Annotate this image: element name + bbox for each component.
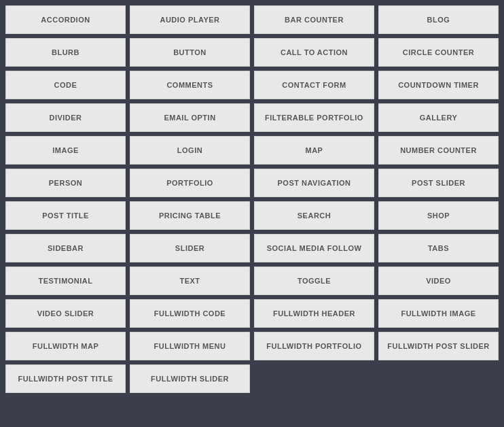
widget-item-number-counter[interactable]: NUMBER COUNTER <box>378 136 499 165</box>
widget-label: BLURB <box>52 48 79 56</box>
widget-item-audio-player[interactable]: AUDIO PLAYER <box>130 5 250 34</box>
widget-label: SLIDER <box>175 244 204 252</box>
widget-label: TABS <box>428 244 449 252</box>
widget-item-contact-form[interactable]: CONTACT FORM <box>254 71 374 99</box>
widget-label: EMAIL OPTIN <box>164 114 215 122</box>
widget-label: DIVIDER <box>49 114 82 122</box>
widget-item-circle-counter[interactable]: CIRCLE COUNTER <box>378 38 499 67</box>
widget-label: TEXT <box>179 277 200 285</box>
widget-item-testimonial[interactable]: TESTIMONIAL <box>5 267 126 295</box>
widget-label: LOGIN <box>177 146 202 154</box>
widget-item-map[interactable]: MAP <box>254 136 374 165</box>
widget-label: COMMENTS <box>166 81 213 89</box>
widget-item-social-media-follow[interactable]: SOCIAL MEDIA FOLLOW <box>254 234 374 262</box>
widget-label: ACCORDION <box>41 16 90 24</box>
widget-item-portfolio[interactable]: PORTFOLIO <box>130 169 250 197</box>
widget-item-text[interactable]: TEXT <box>130 267 250 295</box>
widget-item-pricing-table[interactable]: PRICING TABLE <box>130 201 250 230</box>
widget-item-gallery[interactable]: GALLERY <box>378 103 499 132</box>
widget-label: FULLWIDTH SLIDER <box>151 375 229 383</box>
widget-item-fullwidth-portfolio[interactable]: FULLWIDTH PORTFOLIO <box>254 332 374 360</box>
widget-item-fullwidth-post-slider[interactable]: FULLWIDTH POST SLIDER <box>378 332 499 360</box>
widget-label: SEARCH <box>298 211 331 220</box>
widget-item-post-navigation[interactable]: POST NAVIGATION <box>254 169 374 197</box>
widget-label: BLOG <box>427 16 450 24</box>
widget-label: CALL TO ACTION <box>281 48 348 56</box>
widget-item-accordion[interactable]: ACCORDION <box>5 5 126 34</box>
widget-item-post-slider[interactable]: POST SLIDER <box>378 169 499 197</box>
widget-item-search[interactable]: SEARCH <box>254 201 374 230</box>
widget-grid: ACCORDIONAUDIO PLAYERBAR COUNTERBLOGBLUR… <box>5 5 499 393</box>
widget-item-code[interactable]: CODE <box>5 71 126 99</box>
widget-item-blurb[interactable]: BLURB <box>5 38 126 67</box>
widget-item-tabs[interactable]: TABS <box>378 234 499 262</box>
widget-label: PRICING TABLE <box>159 211 221 220</box>
widget-label: FULLWIDTH CODE <box>154 309 226 318</box>
widget-item-fullwidth-post-title[interactable]: FULLWIDTH POST TITLE <box>5 364 126 393</box>
widget-label: TESTIMONIAL <box>38 277 92 285</box>
widget-item-post-title[interactable]: POST TITLE <box>5 201 126 230</box>
widget-label: PERSON <box>49 179 82 187</box>
widget-label: BAR COUNTER <box>285 16 344 24</box>
widget-item-fullwidth-code[interactable]: FULLWIDTH CODE <box>130 299 250 328</box>
widget-label: GALLERY <box>420 114 458 122</box>
widget-label: PORTFOLIO <box>166 179 213 187</box>
widget-label: AUDIO PLAYER <box>160 16 219 24</box>
widget-item-fullwidth-menu[interactable]: FULLWIDTH MENU <box>130 332 250 360</box>
widget-item-video[interactable]: VIDEO <box>378 267 499 295</box>
widget-item-fullwidth-image[interactable]: FULLWIDTH IMAGE <box>378 299 499 328</box>
widget-label: CODE <box>54 81 77 89</box>
widget-label: FULLWIDTH MAP <box>33 342 99 350</box>
widget-label: POST SLIDER <box>412 179 465 187</box>
widget-item-toggle[interactable]: TOGGLE <box>254 267 374 295</box>
widget-label: VIDEO <box>426 277 451 285</box>
widget-item-video-slider[interactable]: VIDEO SLIDER <box>5 299 126 328</box>
widget-item-person[interactable]: PERSON <box>5 169 126 197</box>
widget-label: SHOP <box>427 211 450 220</box>
widget-item-bar-counter[interactable]: BAR COUNTER <box>254 5 374 34</box>
widget-label: FULLWIDTH HEADER <box>273 309 355 318</box>
widget-label: FULLWIDTH MENU <box>154 342 226 350</box>
widget-label: FULLWIDTH IMAGE <box>401 309 475 318</box>
widget-label: FULLWIDTH PORTFOLIO <box>266 342 361 350</box>
widget-label: CONTACT FORM <box>282 81 346 89</box>
widget-item-call-to-action[interactable]: CALL TO ACTION <box>254 38 374 67</box>
widget-label: SIDEBAR <box>48 244 84 252</box>
widget-item-blog[interactable]: BLOG <box>378 5 499 34</box>
widget-label: VIDEO SLIDER <box>37 309 94 318</box>
widget-item-fullwidth-map[interactable]: FULLWIDTH MAP <box>5 332 126 360</box>
widget-item-filterable-portfolio[interactable]: FILTERABLE PORTFOLIO <box>254 103 374 132</box>
widget-item-comments[interactable]: COMMENTS <box>130 71 250 99</box>
widget-label: SOCIAL MEDIA FOLLOW <box>267 244 362 252</box>
widget-label: CIRCLE COUNTER <box>403 48 474 56</box>
widget-label: TOGGLE <box>298 277 331 285</box>
widget-label: MAP <box>306 146 323 154</box>
widget-label: POST NAVIGATION <box>278 179 351 187</box>
widget-label: IMAGE <box>52 146 79 154</box>
widget-item-divider[interactable]: DIVIDER <box>5 103 126 132</box>
widget-label: POST TITLE <box>42 211 89 220</box>
widget-item-countdown-timer[interactable]: COUNTDOWN TIMER <box>378 71 499 99</box>
widget-label: COUNTDOWN TIMER <box>398 81 479 89</box>
widget-item-login[interactable]: LOGIN <box>130 136 250 165</box>
widget-item-sidebar[interactable]: SIDEBAR <box>5 234 126 262</box>
widget-item-fullwidth-slider[interactable]: FULLWIDTH SLIDER <box>130 364 250 393</box>
widget-item-email-optin[interactable]: EMAIL OPTIN <box>130 103 250 132</box>
widget-item-fullwidth-header[interactable]: FULLWIDTH HEADER <box>254 299 374 328</box>
widget-label: NUMBER COUNTER <box>400 146 477 154</box>
widget-item-button[interactable]: BUTTON <box>130 38 250 67</box>
widget-label: FULLWIDTH POST TITLE <box>18 375 113 383</box>
widget-label: BUTTON <box>173 48 206 56</box>
widget-item-image[interactable]: IMAGE <box>5 136 126 165</box>
widget-label: FULLWIDTH POST SLIDER <box>387 342 489 350</box>
widget-label: FILTERABLE PORTFOLIO <box>265 114 363 122</box>
widget-item-slider[interactable]: SLIDER <box>130 234 250 262</box>
widget-item-shop[interactable]: SHOP <box>378 201 499 230</box>
